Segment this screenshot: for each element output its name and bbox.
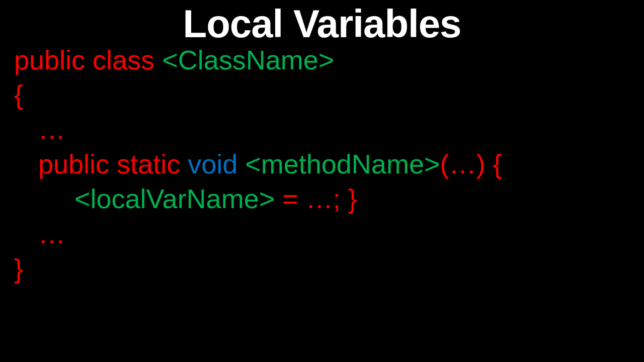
ellipsis-1: …: [38, 114, 65, 144]
code-block: public class <ClassName> { … public stat…: [0, 43, 644, 286]
assign-close-brace: = …; }: [275, 184, 357, 214]
code-line-5: <localVarName> = …; }: [14, 182, 644, 216]
slide-container: Local Variables public class <ClassName>…: [0, 1, 644, 362]
code-line-7: }: [14, 251, 644, 286]
placeholder-localvar: <localVarName>: [74, 184, 275, 214]
keyword-public-static: public static: [38, 149, 188, 179]
paren-open-brace: (…) {: [440, 149, 502, 179]
close-brace: }: [14, 253, 23, 284]
keyword-void: void: [188, 149, 245, 179]
code-line-6: …: [14, 217, 644, 251]
keyword-public-class: public class: [14, 45, 162, 75]
placeholder-methodname: <methodName>: [245, 149, 440, 179]
open-brace: {: [14, 79, 23, 110]
code-line-2: {: [14, 77, 644, 112]
ellipsis-2: …: [38, 219, 65, 249]
code-line-3: …: [14, 112, 644, 147]
code-line-1: public class <ClassName>: [14, 43, 644, 77]
placeholder-classname: <ClassName>: [162, 45, 334, 75]
code-line-4: public static void <methodName>(…) {: [14, 147, 644, 182]
slide-title: Local Variables: [0, 1, 644, 47]
